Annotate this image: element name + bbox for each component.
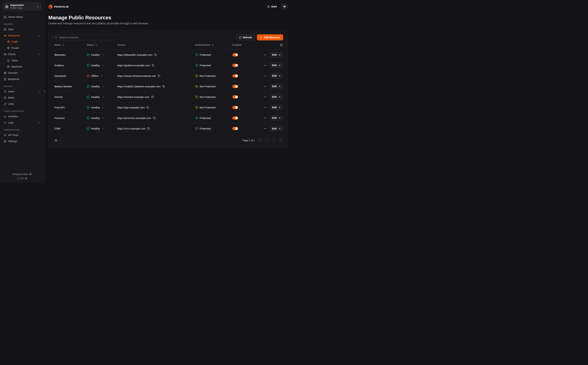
- sidebar-item-machines[interactable]: Machines: [6, 63, 42, 70]
- sidebar-item-sites[interactable]: Sites: [2, 26, 42, 32]
- edit-button[interactable]: Edit: [270, 105, 283, 110]
- external-link-icon[interactable]: [25, 177, 27, 179]
- status-dropdown[interactable]: Healthy: [85, 106, 116, 109]
- arrow-right-icon: [278, 75, 281, 77]
- edit-button[interactable]: Edit: [270, 52, 283, 58]
- table-row: Nextcloud Offline https://cloud.schwartz…: [53, 71, 283, 81]
- resources-sub-list: Public Private: [4, 39, 44, 51]
- edit-button[interactable]: Edit: [270, 94, 283, 100]
- prev-page-button[interactable]: [264, 138, 270, 143]
- column-header-status: Status: [87, 43, 94, 46]
- sidebar-footer: Enterprise Edition v1.13.0: [0, 172, 44, 182]
- enabled-toggle[interactable]: [232, 127, 238, 130]
- sort-icon[interactable]: [95, 44, 97, 46]
- copy-icon[interactable]: [157, 75, 160, 77]
- waypoints-icon: [4, 34, 6, 37]
- chevron-down-icon: [100, 75, 103, 77]
- moon-icon: [267, 5, 270, 8]
- column-header-name: Name: [54, 43, 61, 46]
- columns-icon[interactable]: [280, 43, 283, 46]
- sidebar-item-logs[interactable]: Logs: [2, 119, 42, 126]
- enabled-toggle[interactable]: [232, 64, 238, 67]
- status-healthy-icon: [87, 127, 90, 130]
- status-dropdown[interactable]: Healthy: [85, 53, 116, 56]
- sidebar-item-users[interactable]: Users: [2, 88, 42, 95]
- sidebar-item-public[interactable]: Public: [6, 39, 42, 45]
- sidebar-item-label: Server Admin: [8, 15, 23, 18]
- sidebar-item-resources[interactable]: Resources: [2, 32, 42, 39]
- resource-name: Battery Monitor: [53, 85, 85, 88]
- enabled-toggle[interactable]: [232, 95, 238, 98]
- chevrons-up-down-icon: [36, 5, 39, 8]
- row-menu-button[interactable]: [264, 117, 267, 119]
- copy-icon[interactable]: [152, 64, 154, 67]
- status-dropdown[interactable]: Healthy: [85, 127, 116, 130]
- enabled-toggle[interactable]: [232, 53, 238, 56]
- sidebar-item-private[interactable]: Private: [6, 45, 42, 51]
- edit-button[interactable]: Edit: [270, 115, 283, 121]
- copy-icon[interactable]: [146, 106, 149, 109]
- sidebar-item-domains[interactable]: Domains: [2, 70, 42, 76]
- copy-icon[interactable]: [153, 117, 156, 119]
- enabled-toggle[interactable]: [232, 74, 238, 77]
- sort-icon[interactable]: [62, 44, 64, 46]
- sidebar-item-blueprints[interactable]: Blueprints: [2, 76, 42, 82]
- status-dropdown[interactable]: Healthy: [85, 117, 116, 119]
- org-selector[interactable]: Organization ACME Corp.: [3, 3, 41, 11]
- refresh-button[interactable]: Refresh: [236, 34, 255, 40]
- row-menu-button[interactable]: [264, 85, 267, 88]
- sidebar-item-client-users[interactable]: Users: [6, 57, 42, 63]
- status-healthy-icon: [87, 64, 90, 67]
- auth-label: Protected: [200, 53, 211, 56]
- row-menu-button[interactable]: [264, 53, 267, 56]
- copy-icon[interactable]: [154, 54, 157, 56]
- sidebar-item-analytics[interactable]: Analytics: [2, 113, 42, 119]
- sidebar-item-api-keys[interactable]: API Keys: [2, 132, 42, 138]
- chevron-down-icon: [102, 127, 104, 130]
- status-dropdown[interactable]: Healthy: [85, 64, 116, 67]
- row-menu-button[interactable]: [264, 127, 267, 130]
- sort-icon[interactable]: [212, 44, 214, 46]
- resource-name: Grafana: [53, 64, 85, 67]
- sidebar-item-clients[interactable]: Clients: [2, 51, 42, 57]
- shield-off-icon: [195, 106, 198, 109]
- add-resource-button[interactable]: Add Resource: [257, 34, 283, 40]
- avatar[interactable]: M: [281, 4, 287, 9]
- search-input[interactable]: [59, 36, 117, 39]
- brand[interactable]: PANGOLIN: [48, 5, 69, 9]
- sidebar-scrollbar-thumb[interactable]: [45, 90, 45, 93]
- sidebar-item-label: Roles: [8, 96, 14, 99]
- copy-icon[interactable]: [162, 85, 165, 88]
- resource-url: https://immich.example.com: [117, 96, 150, 98]
- row-menu-button[interactable]: [264, 64, 267, 67]
- github-icon[interactable]: [29, 173, 32, 175]
- status-dropdown[interactable]: Offline: [85, 74, 116, 77]
- status-dropdown[interactable]: Healthy: [85, 96, 116, 98]
- edit-button[interactable]: Edit: [270, 84, 283, 89]
- edit-button[interactable]: Edit: [270, 126, 283, 131]
- sidebar-item-settings[interactable]: Settings: [2, 138, 42, 144]
- page-size-select[interactable]: 20: [53, 137, 64, 143]
- sidebar-item-roles[interactable]: Roles: [2, 95, 42, 101]
- copy-icon[interactable]: [147, 127, 150, 130]
- next-page-button[interactable]: [271, 138, 276, 143]
- enabled-toggle[interactable]: [232, 116, 238, 120]
- first-page-button[interactable]: [258, 138, 263, 143]
- column-header-enabled: Enabled: [232, 43, 241, 46]
- row-menu-button[interactable]: [264, 96, 267, 98]
- resource-url: https://bitwarden.example.com: [117, 53, 152, 56]
- last-page-button[interactable]: [278, 138, 283, 143]
- globe-icon: [7, 41, 10, 43]
- sidebar-item-links[interactable]: Links: [2, 101, 42, 107]
- copy-icon[interactable]: [151, 96, 154, 98]
- theme-toggle[interactable]: Dark: [267, 5, 277, 8]
- row-menu-button[interactable]: [264, 106, 267, 109]
- enabled-toggle[interactable]: [232, 106, 238, 109]
- edit-button[interactable]: Edit: [270, 73, 283, 79]
- status-dropdown[interactable]: Healthy: [85, 85, 116, 88]
- enabled-toggle[interactable]: [232, 85, 238, 88]
- edit-button[interactable]: Edit: [270, 63, 283, 68]
- globe-lock-icon: [7, 47, 10, 49]
- row-menu-button[interactable]: [264, 74, 267, 77]
- sidebar-item-server-admin[interactable]: Server Admin: [2, 14, 42, 20]
